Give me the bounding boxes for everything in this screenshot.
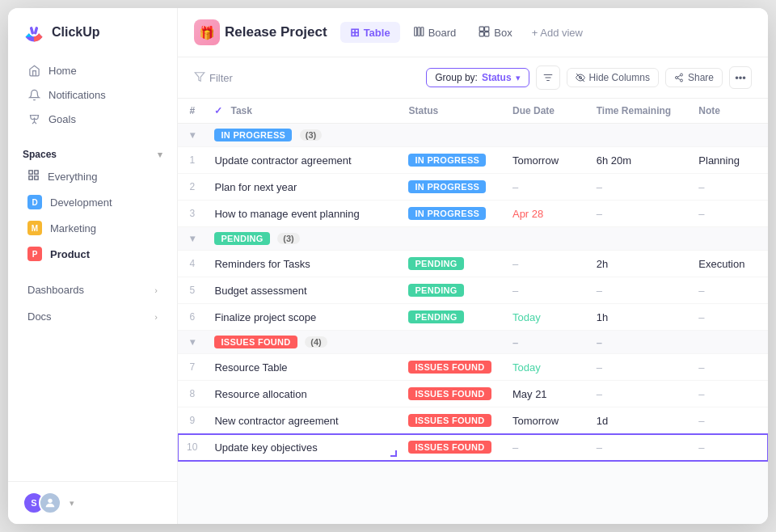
task-name[interactable]: New contractor agreement	[206, 407, 400, 434]
avatar-photo	[39, 492, 61, 514]
group-issues-col2: –	[588, 331, 691, 354]
svg-rect-12	[480, 27, 484, 31]
task-name[interactable]: How to manage event planning	[206, 201, 400, 227]
row-num: 4	[178, 251, 206, 277]
trophy-icon	[27, 112, 40, 125]
task-time: 1d	[588, 407, 691, 434]
add-view-button[interactable]: + Add view	[525, 23, 589, 43]
table-row: 1 Update contractor agreement IN PROGRES…	[178, 147, 768, 174]
tab-box[interactable]: Box	[469, 22, 521, 44]
col-due-date: Due Date	[504, 99, 588, 124]
sidebar-user-row[interactable]: S ▾	[8, 481, 177, 524]
task-name[interactable]: Update contractor agreement	[206, 147, 400, 174]
task-time: –	[588, 174, 691, 201]
table-row: 2 Plan for next year IN PROGRESS – – –	[178, 174, 768, 201]
project-title: Release Project	[225, 24, 327, 40]
group-issues-col3	[690, 331, 768, 354]
task-note: –	[690, 381, 768, 407]
svg-line-26	[677, 75, 680, 77]
sidebar: ClickUp Home Notifications Goals	[8, 8, 178, 524]
task-note: Execution	[690, 251, 768, 277]
task-name[interactable]: Budget assessment	[206, 277, 400, 304]
toolbar: Filter Group by: Status ▾ Hide Columns S…	[178, 57, 768, 99]
grid-icon	[27, 169, 40, 184]
svg-point-23	[675, 77, 677, 79]
task-time: –	[588, 201, 691, 227]
task-name[interactable]: Plan for next year	[206, 174, 400, 201]
task-due-date: Today	[504, 354, 588, 381]
task-status: ISSUES FOUND	[400, 407, 504, 434]
sidebar-item-docs[interactable]: Docs ›	[13, 303, 172, 330]
docs-label: Docs	[27, 310, 52, 323]
sidebar-item-home[interactable]: Home	[13, 58, 172, 82]
svg-rect-1	[34, 27, 39, 35]
task-time: –	[588, 434, 691, 461]
svg-rect-5	[35, 171, 38, 174]
task-name[interactable]: Update key objectives	[206, 434, 400, 461]
table-row: 5 Budget assessment PENDING – – –	[178, 277, 768, 304]
row-num: 9	[178, 407, 206, 434]
task-due-date: Tomorrow	[504, 147, 588, 174]
sidebar-product-label: Product	[50, 248, 90, 260]
avatar-stack: S	[23, 492, 61, 514]
group-issues-col1: –	[504, 331, 588, 354]
group-by-chevron-icon: ▾	[516, 73, 521, 83]
group-chevron-icon: ▾	[190, 129, 195, 141]
group-header-pending[interactable]: ▾ PENDING (3)	[178, 227, 768, 251]
task-time: 6h 20m	[588, 147, 691, 174]
tab-table-label: Table	[364, 27, 390, 39]
hide-columns-button[interactable]: Hide Columns	[567, 68, 659, 87]
svg-rect-0	[30, 27, 35, 35]
group-header-issues[interactable]: ▾ ISSUES FOUND (4) – –	[178, 331, 768, 354]
svg-rect-7	[35, 176, 38, 179]
tab-table[interactable]: ⊞ Table	[340, 22, 400, 43]
sidebar-item-product[interactable]: P Product	[13, 241, 172, 267]
sort-button[interactable]	[536, 65, 560, 90]
share-button[interactable]: Share	[665, 68, 723, 87]
filter-label: Filter	[209, 72, 233, 84]
tab-board[interactable]: Board	[403, 22, 466, 44]
task-name[interactable]: Reminders for Tasks	[206, 251, 400, 277]
task-name[interactable]: Resource allocation	[206, 381, 400, 407]
tab-board-label: Board	[428, 27, 457, 39]
svg-line-25	[677, 78, 680, 80]
clickup-logo-icon	[23, 21, 45, 44]
marketing-dot: M	[27, 221, 42, 235]
filter-button[interactable]: Filter	[194, 71, 233, 85]
task-status: ISSUES FOUND	[400, 434, 504, 461]
add-view-label: + Add view	[532, 27, 583, 39]
group-header-in-progress[interactable]: ▾ IN PROGRESS (3)	[178, 124, 768, 147]
dashboards-label: Dashboards	[27, 284, 84, 296]
svg-rect-9	[414, 27, 416, 36]
task-note: –	[690, 277, 768, 304]
sidebar-development-label: Development	[50, 196, 112, 209]
sidebar-nav: Home Notifications Goals	[8, 58, 177, 141]
row-num: 1	[178, 147, 206, 174]
sidebar-item-marketing[interactable]: M Marketing	[13, 215, 172, 241]
group-by-button[interactable]: Group by: Status ▾	[426, 68, 529, 87]
resize-handle[interactable]	[390, 450, 397, 457]
more-options-button[interactable]: •••	[729, 66, 752, 89]
group-badge-pending: PENDING	[214, 232, 269, 245]
task-time: 2h	[588, 251, 691, 277]
spaces-section-title[interactable]: Spaces ▾	[8, 141, 177, 163]
sidebar-item-notifications[interactable]: Notifications	[13, 82, 172, 107]
sidebar-item-dashboards[interactable]: Dashboards ›	[13, 277, 172, 303]
sidebar-item-everything[interactable]: Everything	[13, 163, 172, 189]
row-num: 7	[178, 354, 206, 381]
task-status: IN PROGRESS	[400, 147, 504, 174]
task-due-date: Apr 28	[504, 201, 588, 227]
table-container: # ✓ Task Status Due Date Time Remaining …	[178, 99, 768, 524]
col-num: #	[178, 99, 206, 124]
svg-rect-10	[417, 27, 420, 36]
sidebar-item-goals[interactable]: Goals	[13, 107, 172, 131]
task-name[interactable]: Finalize project scope	[206, 304, 400, 331]
table-row[interactable]: 10 Update key objectives ISSUES FOUND – …	[178, 434, 768, 461]
task-status: IN PROGRESS	[400, 201, 504, 227]
sidebar-item-development[interactable]: D Development	[13, 189, 172, 215]
table-tab-icon: ⊞	[350, 26, 360, 39]
task-name[interactable]: Resource Table	[206, 354, 400, 381]
group-chevron-icon: ▾	[190, 336, 195, 348]
row-num: 8	[178, 381, 206, 407]
task-note: Planning	[690, 147, 768, 174]
